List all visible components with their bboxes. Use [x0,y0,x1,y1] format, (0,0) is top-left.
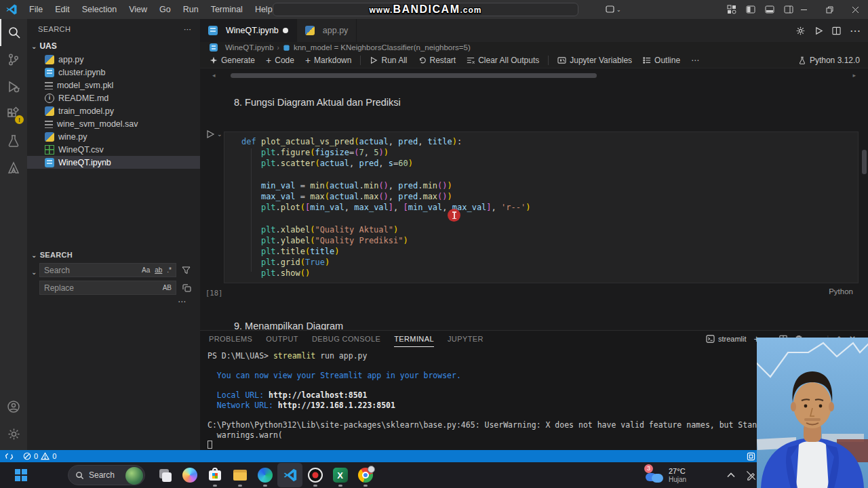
vscode-button[interactable] [277,463,302,487]
sidebar-more-icon[interactable]: ⋯ [184,25,192,34]
menu-file[interactable]: File [23,5,49,14]
file-WineQT.ipynb[interactable]: WineQT.ipynb [27,156,200,169]
panel-tab-jupyter[interactable]: JUPYTER [448,331,484,347]
file-README.md[interactable]: iREADME.md [27,92,200,104]
kernel-picker[interactable]: Python 3.12.0 [798,56,860,65]
copilot-button[interactable] [177,463,202,487]
chrome-button[interactable] [353,463,378,487]
start-button[interactable] [15,469,27,481]
activity-search[interactable] [0,19,27,46]
copilot-menu-icon[interactable]: ⌄ [606,5,621,14]
restore-button[interactable] [816,0,842,19]
problems-indicator[interactable]: 0 0 [18,450,61,462]
preserve-case-icon[interactable]: AB [163,284,172,291]
file-train_model.py[interactable]: train_model.py [27,104,200,117]
vertical-scrollbar[interactable] [862,150,867,174]
activity-azure[interactable] [0,155,27,182]
whole-word-icon[interactable]: ab [155,266,162,274]
menu-view[interactable]: View [123,5,153,14]
pen-disabled-icon[interactable] [746,470,756,481]
activity-extensions[interactable]: ! [0,100,27,127]
search-section-header[interactable]: ⌄ SEARCH [27,248,200,262]
menu-run[interactable]: Run [177,5,205,14]
chevron-down-icon[interactable]: ⌄ [217,131,222,138]
search-details-icon[interactable]: ⋯ [178,297,186,306]
tab-wineqt-ipynb[interactable]: WineQT.ipynb [200,19,297,42]
task-view-button[interactable] [152,463,177,487]
activity-source-control[interactable] [0,46,27,73]
bandicam-button[interactable] [302,463,328,487]
menu-selection[interactable]: Selection [76,5,123,14]
breadcrumb[interactable]: WineQT.ipynb › knn_model = KNeighborsCla… [200,42,868,53]
tab-app-py[interactable]: app.py [297,19,357,42]
panel-tab-problems[interactable]: PROBLEMS [209,331,252,347]
filter-icon[interactable] [182,266,191,274]
account-button[interactable] [0,393,27,420]
terminal-instance[interactable]: streamlit [706,335,747,343]
ports-icon[interactable] [747,452,755,461]
file-wine_svm_model.sav[interactable]: wine_svm_model.sav [27,117,200,130]
toggle-replace-icon[interactable]: ⌄ [31,268,37,276]
menu-go[interactable]: Go [153,5,177,14]
settings-button[interactable] [0,420,27,447]
code-cell[interactable]: def plot_actual_vs_pred(actual, pred, ti… [224,131,859,283]
add-code-cell-button[interactable]: +Code [262,54,298,67]
jupyter-variables-button[interactable]: Jupyter Variables [553,54,636,67]
menu-edit[interactable]: Edit [49,5,76,14]
clear-all-outputs-button[interactable]: Clear All Outputs [462,54,543,67]
file-wine.py[interactable]: wine.py [27,130,200,143]
customize-layout-icon[interactable] [727,5,736,14]
excel-button[interactable]: X [328,463,353,487]
edge-button[interactable] [252,463,277,487]
panel-tab-debug-console[interactable]: DEBUG CONSOLE [312,331,380,347]
panel-tab-terminal[interactable]: TERMINAL [394,331,434,347]
file-cluster.ipynb[interactable]: cluster.ipynb [27,66,200,79]
toggle-sidebar-icon[interactable] [746,5,755,14]
run-all-button[interactable]: Run All [366,54,411,67]
more-actions-icon[interactable]: ⋯ [850,24,861,37]
vscode-icon [283,468,298,483]
activity-testing[interactable] [0,127,27,155]
add-markdown-cell-button[interactable]: +Markdown [301,54,356,67]
restart-button[interactable]: Restart [414,54,460,67]
match-case-icon[interactable]: Aa [142,266,150,274]
panel-tab-output[interactable]: OUTPUT [266,331,298,347]
file-explorer-button[interactable] [227,463,252,487]
run-icon[interactable] [814,26,823,35]
tray-chevron-up-icon[interactable] [727,472,735,478]
kernel-icon [798,56,806,64]
search-input[interactable]: Search Aa ab .* [39,263,176,277]
file-model_svm.pkl[interactable]: model_svm.pkl [27,79,200,92]
horizontal-scrollbar[interactable] [231,73,597,78]
scroll-left-icon[interactable]: ◂ [212,72,216,79]
generate-button[interactable]: Generate [205,54,259,67]
menu-terminal[interactable]: Terminal [205,5,249,14]
replace-input[interactable]: Replace AB [39,281,176,295]
store-button[interactable] [202,463,227,487]
toggle-panel-icon[interactable] [765,5,774,14]
toolbar-more-icon[interactable]: ⋯ [687,54,704,67]
weather-alert-badge: 3 [644,464,653,473]
file-app.py[interactable]: app.py [27,53,200,66]
run-cell-button[interactable]: ⌄ [205,129,222,139]
file-WineQT.csv[interactable]: WineQT.csv [27,143,200,156]
weather-condition: Hujan [669,476,686,484]
cell-language-picker[interactable]: Python [829,287,853,296]
split-editor-icon[interactable] [832,26,841,35]
minimize-button[interactable] [791,0,816,19]
taskbar-search[interactable]: Search [68,465,145,485]
activity-run-debug[interactable] [0,73,27,100]
weather-widget[interactable]: 3 27°C Hujan [646,467,686,483]
outline-button[interactable]: Outline [639,54,684,67]
command-center[interactable]: www.BANDICAM.com [273,3,578,16]
replace-all-icon[interactable] [182,283,191,293]
remote-icon [5,452,14,461]
scroll-right-icon[interactable]: ▸ [852,72,856,79]
modified-dot-icon[interactable] [283,28,288,33]
close-button[interactable] [842,0,868,19]
search-highlight-image[interactable] [125,467,143,485]
folder-uas[interactable]: ⌄ UAS [27,39,200,53]
remote-indicator[interactable] [0,450,18,462]
regex-icon[interactable]: .* [167,266,172,274]
notebook-settings-icon[interactable] [795,26,806,36]
